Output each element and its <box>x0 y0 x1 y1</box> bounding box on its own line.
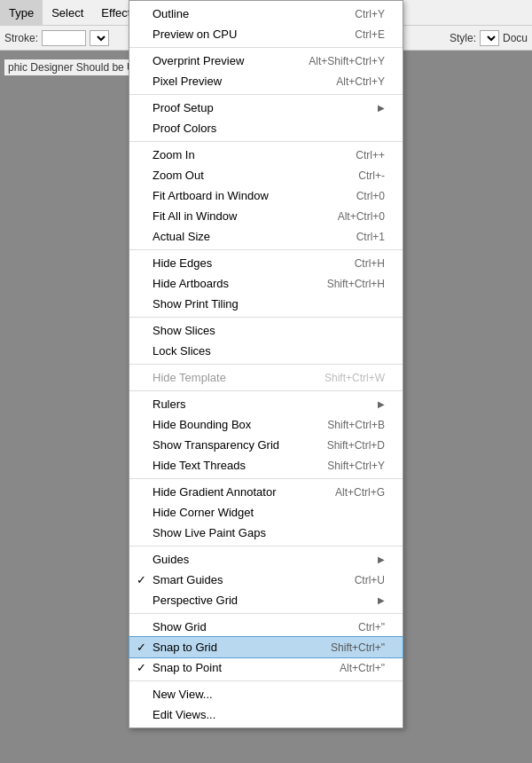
menu-item-label-edit-views: Edit Views... <box>153 708 385 721</box>
menu-item-label-zoom-in: Zoom In <box>153 148 338 161</box>
menu-item-hide-gradient-annotator[interactable]: Hide Gradient AnnotatorAlt+Ctrl+G <box>129 482 403 502</box>
menu-item-label-show-live-paint-gaps: Show Live Paint Gaps <box>153 526 385 539</box>
menu-item-hide-edges[interactable]: Hide EdgesCtrl+H <box>129 253 403 273</box>
stroke-label: Stroke: <box>4 32 38 44</box>
menu-item-shortcut-show-grid: Ctrl+" <box>358 621 385 633</box>
menu-item-label-pixel-preview: Pixel Preview <box>153 75 318 88</box>
menu-separator-pixel-preview <box>129 94 403 95</box>
style-select[interactable] <box>480 30 499 46</box>
menubar-select[interactable]: Select <box>43 0 92 25</box>
menubar-type[interactable]: Type <box>0 0 43 25</box>
menu-item-shortcut-snap-to-grid: Shift+Ctrl+" <box>331 641 385 654</box>
menu-item-proof-colors[interactable]: Proof Colors <box>129 118 403 138</box>
menu-item-show-transparency-grid[interactable]: Show Transparency GridShift+Ctrl+D <box>129 435 403 455</box>
submenu-arrow-perspective-grid: ▶ <box>378 595 385 605</box>
menu-item-shortcut-hide-gradient-annotator: Alt+Ctrl+G <box>335 486 385 499</box>
menu-item-label-new-view: New View... <box>153 688 385 701</box>
menu-item-show-live-paint-gaps[interactable]: Show Live Paint Gaps <box>129 523 403 543</box>
menu-item-preview-cpu[interactable]: Preview on CPUCtrl+E <box>129 24 403 44</box>
menu-item-show-grid[interactable]: Show GridCtrl+" <box>129 617 403 637</box>
menu-item-label-snap-to-point: Snap to Point <box>153 661 322 674</box>
menu-item-fit-artboard[interactable]: Fit Artboard in WindowCtrl+0 <box>129 185 403 206</box>
menu-item-guides[interactable]: Guides▶ <box>129 549 403 570</box>
menu-item-new-view[interactable]: New View... <box>129 684 403 704</box>
menu-item-fit-all[interactable]: Fit All in WindowAlt+Ctrl+0 <box>129 206 403 226</box>
menu-item-label-smart-guides: Smart Guides <box>153 573 337 586</box>
menu-item-shortcut-smart-guides: Ctrl+U <box>355 574 385 586</box>
menu-item-perspective-grid[interactable]: Perspective Grid▶ <box>129 590 403 610</box>
menu-item-label-show-print-tiling: Show Print Tiling <box>153 297 385 311</box>
submenu-arrow-guides: ▶ <box>378 555 385 564</box>
menu-separator-show-live-paint-gaps <box>129 546 403 547</box>
menu-separator-proof-colors <box>129 141 403 142</box>
menu-item-label-proof-setup: Proof Setup <box>153 101 378 114</box>
menu-item-shortcut-actual-size: Ctrl+1 <box>356 231 385 243</box>
menu-item-label-guides: Guides <box>153 553 378 566</box>
menu-item-rulers[interactable]: Rulers▶ <box>129 394 403 414</box>
menu-item-outline[interactable]: OutlineCtrl+Y <box>129 4 403 24</box>
menu-item-shortcut-pixel-preview: Alt+Ctrl+Y <box>336 75 385 88</box>
menu-item-label-snap-to-grid: Snap to Grid <box>153 641 313 654</box>
menu-item-label-hide-edges: Hide Edges <box>153 256 337 270</box>
menu-item-zoom-in[interactable]: Zoom InCtrl++ <box>129 145 403 165</box>
menu-item-hide-artboards[interactable]: Hide ArtboardsShift+Ctrl+H <box>129 273 403 294</box>
menu-item-hide-bounding-box[interactable]: Hide Bounding BoxShift+Ctrl+B <box>129 414 403 435</box>
menu-item-label-rulers: Rulers <box>153 397 378 411</box>
menu-item-snap-to-grid[interactable]: Snap to GridShift+Ctrl+" <box>129 637 403 657</box>
menu-item-label-preview-cpu: Preview on CPU <box>153 28 337 41</box>
menu-item-label-show-transparency-grid: Show Transparency Grid <box>153 438 309 452</box>
menu-item-hide-text-threads[interactable]: Hide Text ThreadsShift+Ctrl+Y <box>129 455 403 476</box>
menu-item-hide-template: Hide TemplateShift+Ctrl+W <box>129 367 403 388</box>
menu-item-shortcut-hide-text-threads: Shift+Ctrl+Y <box>327 460 385 472</box>
menu-item-show-print-tiling[interactable]: Show Print Tiling <box>129 294 403 314</box>
menu-item-label-hide-corner-widget: Hide Corner Widget <box>153 506 385 519</box>
menu-separator-perspective-grid <box>129 613 403 614</box>
menu-item-lock-slices[interactable]: Lock Slices <box>129 341 403 361</box>
menu-item-shortcut-show-transparency-grid: Shift+Ctrl+D <box>327 439 385 452</box>
menu-item-label-zoom-out: Zoom Out <box>153 169 340 182</box>
menu-item-label-hide-template: Hide Template <box>153 371 307 384</box>
menu-item-label-hide-artboards: Hide Artboards <box>153 277 309 290</box>
menu-item-label-proof-colors: Proof Colors <box>153 122 385 135</box>
menu-item-pixel-preview[interactable]: Pixel PreviewAlt+Ctrl+Y <box>129 71 403 91</box>
menu-item-label-fit-artboard: Fit Artboard in Window <box>153 189 339 202</box>
menu-item-smart-guides[interactable]: Smart GuidesCtrl+U <box>129 570 403 590</box>
menu-item-shortcut-outline: Ctrl+Y <box>355 8 385 20</box>
submenu-arrow-rulers: ▶ <box>378 399 385 409</box>
menu-item-label-lock-slices: Lock Slices <box>153 344 385 358</box>
menu-item-overprint-preview[interactable]: Overprint PreviewAlt+Shift+Ctrl+Y <box>129 51 403 71</box>
menu-item-label-fit-all: Fit All in Window <box>153 209 320 223</box>
menu-item-shortcut-preview-cpu: Ctrl+E <box>355 28 385 41</box>
menu-item-snap-to-point[interactable]: Snap to PointAlt+Ctrl+" <box>129 657 403 678</box>
doc-label: Docu <box>503 32 528 44</box>
menu-item-label-hide-gradient-annotator: Hide Gradient Annotator <box>153 485 317 499</box>
menu-item-shortcut-zoom-out: Ctrl+- <box>358 169 385 182</box>
view-dropdown-menu: OutlineCtrl+YPreview on CPUCtrl+EOverpri… <box>129 0 403 728</box>
menu-item-shortcut-zoom-in: Ctrl++ <box>356 149 385 161</box>
menu-item-label-hide-bounding-box: Hide Bounding Box <box>153 418 309 431</box>
menu-item-edit-views[interactable]: Edit Views... <box>129 704 403 725</box>
stroke-input[interactable] <box>42 30 86 46</box>
menu-item-shortcut-snap-to-point: Alt+Ctrl+" <box>340 662 385 674</box>
menu-item-label-overprint-preview: Overprint Preview <box>153 54 291 67</box>
menu-item-actual-size[interactable]: Actual SizeCtrl+1 <box>129 226 403 247</box>
menu-item-shortcut-fit-all: Alt+Ctrl+0 <box>338 210 385 223</box>
menu-separator-show-print-tiling <box>129 317 403 318</box>
menu-item-shortcut-hide-artboards: Shift+Ctrl+H <box>327 278 385 290</box>
stroke-select[interactable] <box>90 30 109 46</box>
menu-item-label-actual-size: Actual Size <box>153 230 339 243</box>
menu-item-shortcut-hide-edges: Ctrl+H <box>355 257 385 270</box>
menu-separator-hide-template <box>129 390 403 391</box>
menu-item-label-perspective-grid: Perspective Grid <box>153 594 378 607</box>
menu-item-label-outline: Outline <box>153 7 337 20</box>
menu-item-proof-setup[interactable]: Proof Setup▶ <box>129 98 403 118</box>
menu-item-label-hide-text-threads: Hide Text Threads <box>153 459 309 472</box>
menu-item-label-show-grid: Show Grid <box>153 620 340 633</box>
menu-separator-lock-slices <box>129 364 403 365</box>
style-label: Style: <box>450 32 476 44</box>
menu-item-show-slices[interactable]: Show Slices <box>129 320 403 341</box>
menu-separator-preview-cpu <box>129 47 403 48</box>
menu-item-hide-corner-widget[interactable]: Hide Corner Widget <box>129 502 403 523</box>
menu-item-zoom-out[interactable]: Zoom OutCtrl+- <box>129 165 403 185</box>
menu-separator-snap-to-point <box>129 680 403 681</box>
